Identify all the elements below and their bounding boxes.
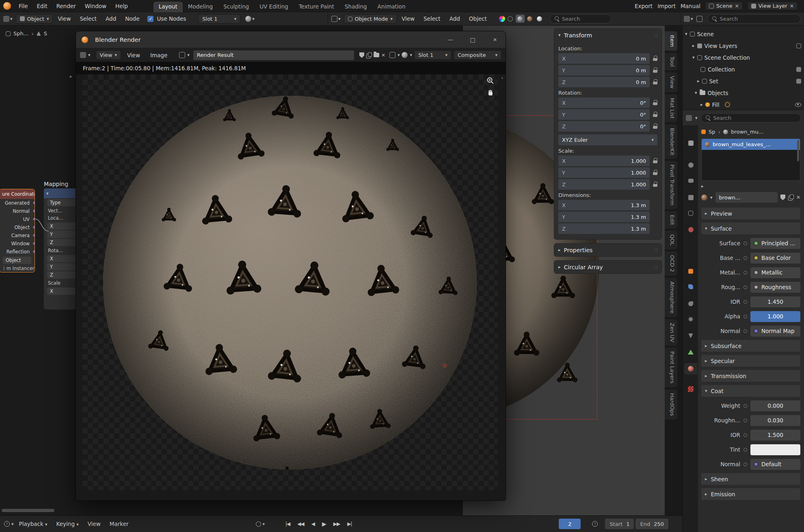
sidebar-toggle-icon[interactable]: ▸ — [70, 74, 72, 79]
circular-array-panel-header[interactable]: Circular Array — [554, 261, 661, 273]
archive-icon[interactable] — [796, 79, 801, 84]
editor-type-icon[interactable] — [331, 16, 337, 22]
rotation-z-field[interactable]: Z0° — [558, 121, 650, 132]
sidebar-toggle-icon[interactable]: ‹ — [501, 75, 503, 81]
view-layer-selector[interactable]: View Layer — [748, 2, 798, 10]
transform-panel-header[interactable]: Transform — [554, 29, 661, 41]
location-y-field[interactable]: Y0 m — [558, 65, 650, 76]
decorator-icon[interactable] — [743, 271, 747, 275]
shading-solid-button[interactable] — [516, 15, 525, 23]
view-menu[interactable]: View — [84, 519, 104, 528]
shader-menu-node[interactable]: Node — [121, 14, 143, 23]
fake-user-icon[interactable] — [359, 52, 364, 58]
lock-icon[interactable] — [653, 79, 657, 85]
panel-grip-icon[interactable] — [654, 264, 657, 270]
browse-material-icon[interactable] — [701, 195, 707, 201]
collapse-icon[interactable] — [46, 191, 49, 196]
sheen-section[interactable]: Sheen — [701, 473, 800, 485]
workspace-tab-uvediting[interactable]: UV Editing — [254, 2, 293, 12]
image-name-field[interactable]: Render Result — [193, 50, 354, 60]
outliner-row-collection[interactable]: Collection — [685, 63, 801, 75]
panel-grip-icon[interactable] — [654, 247, 657, 253]
outliner-display-icon[interactable] — [684, 16, 690, 22]
chevron-down-icon[interactable] — [695, 116, 698, 120]
panel-grip-icon[interactable] — [654, 32, 657, 38]
chevron-down-icon[interactable] — [187, 53, 190, 57]
scene-selector[interactable]: Scene — [705, 2, 743, 10]
chevron-right-icon[interactable] — [700, 102, 703, 107]
tool-tab[interactable] — [684, 137, 697, 149]
dim-z-field[interactable]: Z1.3 m — [558, 223, 650, 234]
shader-menu-select[interactable]: Select — [76, 14, 101, 23]
ior-field[interactable]: 1.450 — [750, 296, 800, 307]
chevron-right-icon[interactable] — [692, 43, 695, 48]
lock-icon[interactable] — [653, 67, 657, 73]
jump-to-start-button[interactable] — [283, 519, 293, 528]
tab-item[interactable]: Item — [665, 31, 677, 51]
chevron-down-icon[interactable] — [88, 53, 91, 57]
socket-icon[interactable] — [32, 234, 35, 237]
view-layer-unlink-icon[interactable] — [790, 4, 794, 9]
display-channels-icon[interactable] — [402, 52, 408, 58]
vp-menu-object[interactable]: Object — [465, 14, 491, 23]
tab-paint-layers[interactable]: Paint Layers — [665, 348, 677, 387]
shading-wireframe-button[interactable] — [506, 15, 515, 23]
render-window-titlebar[interactable]: Blender Render — [76, 31, 506, 48]
decorator-icon[interactable] — [743, 242, 747, 245]
material-slot-list[interactable]: brown_mud_leaves_... — [701, 138, 800, 181]
image-icon[interactable] — [796, 43, 801, 48]
scale-z-field[interactable]: Z1.000 — [558, 179, 650, 190]
shader-menu-add[interactable]: Add — [102, 14, 120, 23]
shader-menu-view[interactable]: View — [54, 14, 75, 23]
lock-icon[interactable] — [653, 100, 657, 106]
lock-icon[interactable] — [653, 170, 657, 175]
mode-dropdown[interactable]: Object Mode — [344, 14, 397, 24]
output-generated[interactable]: Generated — [0, 199, 35, 207]
workspace-tab-sculpting[interactable]: Sculpting — [218, 2, 254, 12]
dim-y-field[interactable]: Y1.3 m — [558, 212, 650, 222]
decorator-icon[interactable] — [743, 315, 747, 318]
scene-unlink-icon[interactable] — [735, 4, 739, 9]
properties-search[interactable] — [701, 113, 801, 123]
workspace-tab-animation[interactable]: Animation — [372, 2, 411, 12]
outliner-row-fill[interactable]: Fill — [685, 99, 801, 110]
export-button[interactable]: Export — [635, 3, 653, 9]
vp-menu-select[interactable]: Select — [419, 14, 445, 23]
pan-hand-icon[interactable] — [486, 89, 495, 97]
lock-icon[interactable] — [653, 123, 657, 129]
location-x-field[interactable]: X0 m — [558, 53, 650, 64]
new-image-icon[interactable] — [366, 52, 372, 58]
chevron-down-icon[interactable] — [710, 195, 713, 200]
coat-section[interactable]: Coat — [701, 385, 800, 397]
material-tab[interactable] — [684, 363, 697, 374]
chevron-right-icon[interactable] — [697, 79, 700, 83]
output-window[interactable]: Window — [0, 240, 35, 248]
frame-end-field[interactable]: End 250 — [635, 519, 668, 529]
color-wheel-icon[interactable] — [499, 16, 505, 22]
chevron-down-icon[interactable] — [398, 53, 400, 57]
render-pass-dropdown[interactable]: Composite — [454, 50, 501, 60]
rotation-x-field[interactable]: X0° — [558, 97, 650, 108]
lock-icon[interactable] — [653, 112, 657, 117]
image-menu-image[interactable]: Image — [146, 51, 171, 60]
output-tab[interactable] — [684, 175, 697, 186]
gizmo-icon[interactable] — [389, 52, 396, 58]
menu-render[interactable]: Render — [52, 2, 80, 10]
open-image-icon[interactable] — [374, 53, 379, 57]
preview-section-header[interactable]: Preview — [701, 208, 800, 219]
tab-mat-list[interactable]: Mat List — [665, 94, 677, 122]
base-color-button[interactable]: Base Color — [750, 253, 800, 264]
shader-mode-dropdown[interactable]: Object — [16, 14, 53, 24]
menu-help[interactable]: Help — [111, 2, 132, 10]
viewport-search-input[interactable] — [562, 16, 607, 22]
unlink-icon[interactable] — [381, 53, 385, 58]
modifiers-tab[interactable] — [684, 281, 697, 292]
outliner-row-scene-collection[interactable]: Scene Collection — [685, 52, 801, 63]
tab-pivot-transform[interactable]: Pivot Transform — [665, 161, 677, 209]
use-nodes-checkbox[interactable] — [147, 16, 153, 22]
image-browse-icon[interactable] — [179, 52, 185, 58]
chevron-down-icon[interactable] — [691, 17, 693, 21]
outliner-search-input[interactable] — [720, 16, 796, 22]
chevron-down-icon[interactable] — [685, 32, 687, 36]
output-object[interactable]: Object — [0, 223, 35, 231]
